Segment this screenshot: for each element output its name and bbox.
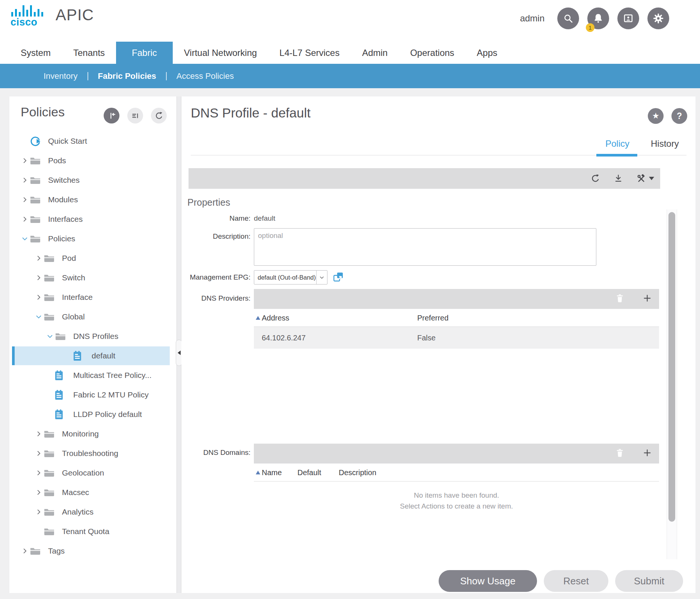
nav-tab-system[interactable]: System: [9, 42, 62, 64]
help-button[interactable]: ?: [671, 108, 687, 124]
tools-dropdown-button[interactable]: [636, 173, 654, 184]
delete-button[interactable]: [615, 293, 625, 305]
chevron-right-icon[interactable]: [33, 468, 44, 477]
chevron-right-icon[interactable]: [20, 195, 30, 204]
column-header-name[interactable]: Name: [262, 468, 282, 477]
sort-ascending-icon[interactable]: [256, 471, 260, 474]
column-header-default[interactable]: Default: [297, 468, 321, 477]
tree-item-geolocation[interactable]: Geolocation: [9, 463, 177, 483]
chevron-down-icon[interactable]: [33, 312, 44, 321]
notifications-button[interactable]: 1: [587, 8, 609, 29]
tree-item-switches[interactable]: Switches: [9, 170, 177, 190]
nav-tab-l4-l7-services[interactable]: L4-L7 Services: [268, 42, 351, 64]
chevron-right-icon[interactable]: [20, 546, 30, 555]
tree-item-dns-profiles[interactable]: DNS Profiles: [9, 327, 177, 346]
nav-tab-fabric[interactable]: Fabric: [116, 42, 173, 64]
tree-item-interface[interactable]: Interface: [9, 287, 177, 307]
settings-button[interactable]: [647, 8, 669, 29]
chevron-right-icon[interactable]: [20, 156, 30, 165]
chevron-right-icon[interactable]: [20, 215, 30, 224]
tree-item-global[interactable]: Global: [9, 307, 177, 327]
chevron-down-icon[interactable]: [20, 234, 30, 243]
chevron-right-icon[interactable]: [33, 449, 44, 458]
management-epg-select[interactable]: default (Out-of-Band): [254, 270, 327, 284]
tree-item-interfaces[interactable]: Interfaces: [9, 209, 177, 229]
column-header-address[interactable]: Address: [262, 313, 289, 322]
tab-history[interactable]: History: [651, 138, 679, 149]
description-field[interactable]: [254, 228, 596, 266]
chevron-right-icon[interactable]: [33, 488, 44, 497]
subnav-item-fabric-policies[interactable]: Fabric Policies: [88, 71, 166, 81]
add-button[interactable]: [642, 293, 652, 305]
unordered-list-button[interactable]: [127, 108, 143, 123]
tree-item-tenant-quota[interactable]: Tenant Quota: [9, 522, 177, 541]
chevron-right-icon[interactable]: [33, 429, 44, 438]
chevron-right-icon[interactable]: [33, 254, 44, 263]
chevron-right-icon[interactable]: [33, 293, 44, 302]
chevron-down-icon[interactable]: [316, 271, 327, 284]
collapse-panel-button[interactable]: [104, 108, 119, 123]
sort-ascending-icon[interactable]: [256, 316, 260, 320]
open-epg-external-icon[interactable]: [333, 272, 344, 282]
tree-item-tags[interactable]: Tags: [9, 541, 177, 561]
main-toolbar: [189, 168, 660, 189]
favorite-button[interactable]: ★: [648, 108, 664, 124]
panel-splitter[interactable]: [177, 96, 181, 593]
show-usage-button[interactable]: Show Usage: [439, 570, 537, 592]
add-button[interactable]: [642, 448, 652, 459]
chevron-spacer: [45, 371, 55, 380]
doc-icon: [74, 350, 87, 361]
notification-badge: 1: [586, 23, 594, 32]
delete-button[interactable]: [615, 448, 625, 459]
tree-item-pods[interactable]: Pods: [9, 151, 177, 170]
column-header-description[interactable]: Description: [339, 468, 376, 477]
tree-item-troubleshooting[interactable]: Troubleshooting: [9, 444, 177, 463]
favorite-icon: ★: [652, 111, 659, 121]
nav-tab-apps[interactable]: Apps: [466, 42, 509, 64]
refresh-button[interactable]: [590, 173, 600, 184]
tree-item-default[interactable]: default: [9, 346, 177, 366]
main-panel: DNS Profile - default ★? Policy History …: [181, 96, 695, 593]
reset-button[interactable]: Reset: [544, 570, 608, 592]
nav-tab-admin[interactable]: Admin: [351, 42, 399, 64]
tree-item-label: LLDP Policy default: [73, 410, 142, 419]
tree-item-pod[interactable]: Pod: [9, 248, 177, 268]
chevron-down-icon[interactable]: [45, 332, 55, 341]
tree-item-macsec[interactable]: Macsec: [9, 483, 177, 502]
refresh-button[interactable]: [151, 108, 167, 123]
tree-item-quick-start[interactable]: Quick Start: [9, 131, 177, 151]
collapse-left-icon: [178, 351, 181, 355]
scrollbar-thumb[interactable]: [668, 212, 675, 522]
chevron-right-icon[interactable]: [33, 273, 44, 282]
column-header-preferred[interactable]: Preferred: [417, 313, 448, 322]
user-session-button[interactable]: [617, 8, 639, 29]
table-cell-preferred: False: [417, 334, 436, 342]
subnav-item-inventory[interactable]: Inventory: [34, 71, 88, 81]
nav-tab-virtual-networking[interactable]: Virtual Networking: [173, 42, 268, 64]
nav-tab-tenants[interactable]: Tenants: [62, 42, 116, 64]
search-button[interactable]: [557, 8, 579, 29]
tree-item-label: Tenant Quota: [62, 527, 109, 536]
quickstart-icon: [30, 135, 44, 147]
logged-in-user[interactable]: admin: [520, 13, 545, 24]
nav-tab-operations[interactable]: Operations: [399, 42, 465, 64]
tree-item-multicast-tree-policy[interactable]: Multicast Tree Policy...: [9, 366, 177, 385]
tab-policy[interactable]: Policy: [605, 138, 629, 149]
tree-item-fabric-l2-mtu-policy[interactable]: Fabric L2 MTU Policy: [9, 385, 177, 405]
tree-item-monitoring[interactable]: Monitoring: [9, 424, 177, 444]
chevron-right-icon[interactable]: [33, 507, 44, 516]
help-icon: ?: [677, 111, 682, 121]
vertical-scrollbar[interactable]: [667, 209, 677, 559]
tree-item-analytics[interactable]: Analytics: [9, 502, 177, 522]
tree-item-policies[interactable]: Policies: [9, 229, 177, 248]
table-row[interactable]: 64.102.6.247False: [254, 327, 659, 349]
subnav-item-access-policies[interactable]: Access Policies: [167, 71, 244, 81]
folder-icon: [30, 545, 44, 557]
tree-item-switch[interactable]: Switch: [9, 268, 177, 287]
tree-item-modules[interactable]: Modules: [9, 190, 177, 209]
tree-item-label: Pods: [48, 156, 66, 165]
tree-item-lldp-policy-default[interactable]: LLDP Policy default: [9, 405, 177, 424]
chevron-right-icon[interactable]: [20, 176, 30, 185]
submit-button[interactable]: Submit: [615, 570, 683, 592]
download-button[interactable]: [613, 173, 623, 184]
